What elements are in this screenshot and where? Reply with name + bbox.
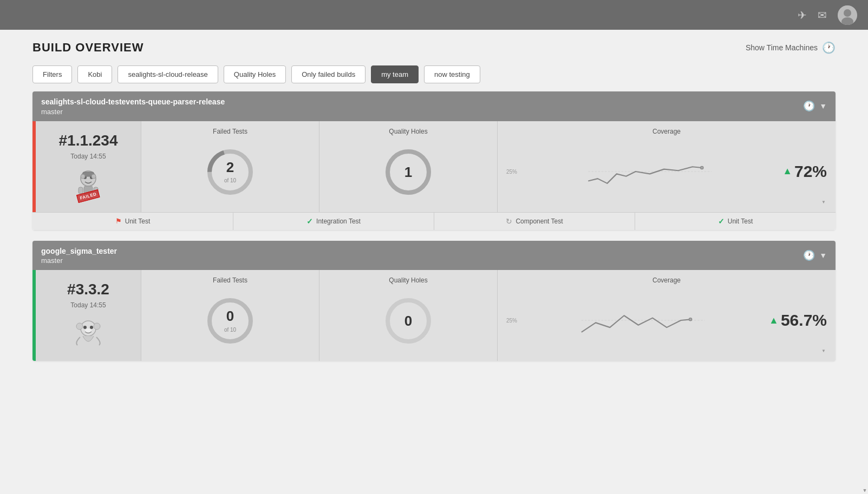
- quality-holes-label-0: Quality Holes: [389, 128, 427, 135]
- build-card-header-0: sealights-sl-cloud-testevents-queue-pars…: [32, 91, 836, 121]
- failed-tests-section-1: Failed Tests 0 of 10 ▼: [141, 270, 319, 361]
- coverage-value-0: 72%: [794, 162, 827, 181]
- svg-rect-7: [79, 187, 83, 194]
- clock-icon: 🕐: [822, 41, 836, 54]
- coverage-section-0: Coverage 25% ▲ 72% ▼: [497, 121, 836, 212]
- test-label-text-0-0: Unit Test: [125, 218, 150, 225]
- build-number-0: #1.1.234: [59, 132, 118, 149]
- filter-bar: FiltersKobisealights-sl-cloud-releaseQua…: [0, 63, 868, 91]
- build-mascot-1: [72, 315, 105, 350]
- show-time-machines-button[interactable]: Show Time Machines 🕐: [746, 41, 836, 54]
- page-title: BUILD OVERVIEW: [32, 41, 144, 55]
- test-label-text-0-1: Integration Test: [316, 218, 361, 225]
- build-branch-1: master: [41, 256, 117, 265]
- cov-corner-arrow-1: ▼: [821, 348, 826, 353]
- failed-tests-label-1: Failed Tests: [213, 276, 247, 284]
- test-status-icon-green-0-1: ✓: [306, 217, 313, 226]
- failed-tests-sub-0: of 10: [224, 177, 236, 183]
- build-name-0: sealights-sl-cloud-testevents-queue-pars…: [41, 97, 225, 108]
- email-icon[interactable]: ✉: [818, 9, 827, 22]
- test-status-icon-gray-0-2: ↻: [506, 217, 512, 226]
- failed-tests-count-0: 2: [224, 160, 236, 175]
- build-status-section-0: #1.1.234 Today 14:55 FAILED FAILED: [32, 121, 141, 212]
- filter-btn-0[interactable]: Filters: [32, 65, 72, 83]
- failed-tests-sub-1: of 10: [224, 327, 236, 333]
- test-label-item-0-0: ⚑Unit Test: [32, 213, 233, 230]
- test-label-item-0-3: ✓Unit Test: [635, 213, 836, 230]
- coverage-chart-area-0: Coverage 25% ▲ 72% ▼: [506, 128, 827, 206]
- build-time-0: Today 14:55: [70, 153, 106, 160]
- coverage-line-chart-0: [521, 153, 778, 190]
- notification-icon[interactable]: ✈: [798, 9, 807, 22]
- dropdown-btn-1[interactable]: ▼: [819, 251, 827, 260]
- svg-point-22: [76, 323, 83, 330]
- coverage-arrow-0: ▲: [782, 166, 792, 177]
- top-nav: ✈ ✉: [0, 0, 868, 30]
- quality-holes-label-1: Quality Holes: [389, 276, 427, 284]
- quality-holes-count-1: 0: [404, 313, 412, 329]
- quality-holes-section-0: Quality Holes 1 ▼: [319, 121, 497, 212]
- filter-btn-6[interactable]: now testing: [424, 65, 480, 83]
- test-labels-row-0: ⚑Unit Test✓Integration Test↻Component Te…: [32, 212, 836, 230]
- coverage-chart-area-1: Coverage 25% ▲ 56.7% ▼: [506, 276, 827, 354]
- test-label-text-0-2: Component Test: [515, 218, 563, 225]
- filter-btn-1[interactable]: Kobi: [77, 65, 112, 83]
- failed-tests-donut-0: 2 of 10: [206, 148, 254, 196]
- build-number-1: #3.3.2: [67, 281, 109, 298]
- quality-holes-donut-1: 0: [384, 297, 433, 345]
- failed-tests-count-1: 0: [224, 308, 236, 324]
- test-status-icon-red-0-0: ⚑: [115, 217, 122, 225]
- quality-holes-count-0: 1: [404, 164, 412, 180]
- time-machine-btn-0[interactable]: 🕐: [803, 100, 815, 112]
- build-time-1: Today 14:55: [70, 301, 106, 309]
- coverage-arrow-1: ▲: [769, 315, 779, 326]
- failed-tests-donut-1: 0 of 10: [206, 297, 254, 345]
- filter-btn-5[interactable]: my team: [371, 65, 419, 83]
- time-machine-btn-1[interactable]: 🕐: [803, 249, 815, 261]
- show-time-machines-label: Show Time Machines: [746, 43, 818, 52]
- coverage-percent-display-1: ▲ 56.7%: [769, 311, 827, 330]
- svg-point-24: [83, 326, 87, 329]
- svg-point-25: [90, 326, 93, 329]
- filter-btn-2[interactable]: sealights-sl-cloud-release: [118, 65, 218, 83]
- svg-point-30: [689, 318, 691, 321]
- svg-point-23: [94, 323, 100, 330]
- test-status-icon-green-0-3: ✓: [718, 217, 725, 226]
- dropdown-btn-0[interactable]: ▼: [819, 102, 827, 110]
- page-header: BUILD OVERVIEW Show Time Machines 🕐: [0, 30, 868, 63]
- svg-point-13: [92, 174, 96, 179]
- build-card-0: sealights-sl-cloud-testevents-queue-pars…: [32, 91, 836, 230]
- test-label-item-0-2: ↻Component Test: [434, 213, 635, 230]
- avatar[interactable]: [838, 5, 857, 25]
- build-mascot-0: FAILED FAILED: [72, 167, 105, 201]
- failed-tests-section-0: Failed Tests 2 of 10 ▼: [141, 121, 319, 212]
- coverage-label-1: Coverage: [506, 276, 827, 284]
- test-label-text-0-3: Unit Test: [728, 218, 753, 225]
- quality-holes-donut-0: 1: [384, 148, 433, 196]
- coverage-value-1: 56.7%: [781, 311, 827, 330]
- svg-point-1: [844, 9, 851, 17]
- coverage-25pct-0: 25%: [506, 168, 517, 174]
- build-name-1: google_sigma_tester: [41, 246, 117, 257]
- test-label-item-0-1: ✓Integration Test: [233, 213, 434, 230]
- coverage-percent-display-0: ▲ 72%: [782, 162, 827, 181]
- coverage-line-chart-1: [521, 301, 765, 339]
- filter-btn-3[interactable]: Quality Holes: [224, 65, 286, 83]
- build-card-header-1: google_sigma_tester master 🕐 ▼: [32, 241, 836, 271]
- cov-corner-arrow-0: ▼: [821, 200, 826, 205]
- coverage-25pct-1: 25%: [506, 318, 517, 324]
- build-status-section-1: #3.3.2 Today 14:55: [32, 270, 141, 361]
- build-card-1: google_sigma_tester master 🕐 ▼ #3.3.2 To…: [32, 241, 836, 361]
- quality-holes-section-1: Quality Holes 0 ▼: [319, 270, 497, 361]
- coverage-section-1: Coverage 25% ▲ 56.7% ▼: [497, 270, 836, 361]
- svg-point-12: [81, 174, 85, 179]
- coverage-label-0: Coverage: [506, 128, 827, 135]
- failed-tests-label-0: Failed Tests: [213, 128, 247, 135]
- svg-point-20: [701, 166, 703, 169]
- build-branch-0: master: [41, 108, 225, 116]
- filter-btn-4[interactable]: Only failed builds: [291, 65, 366, 83]
